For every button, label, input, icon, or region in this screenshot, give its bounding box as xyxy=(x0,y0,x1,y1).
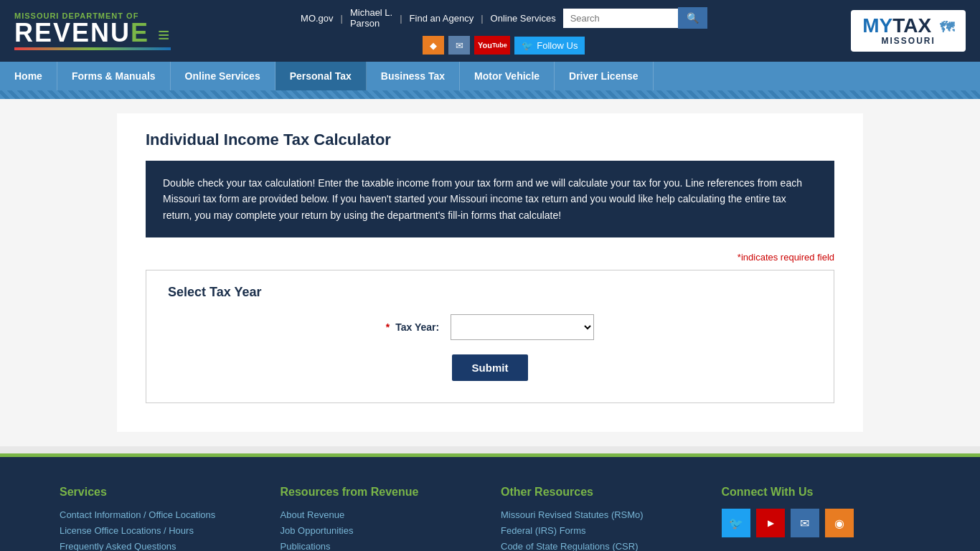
form-section-title: Select Tax Year xyxy=(168,285,812,300)
nav-personal-tax[interactable]: Personal Tax xyxy=(275,62,367,90)
footer-inner: Services Contact Information / Office Lo… xyxy=(60,486,920,551)
social-links: ◆ ✉ YouTube 🐦 Follow Us xyxy=(423,36,585,55)
list-item: Job Opportunities xyxy=(281,524,480,536)
main-navigation: Home Forms & Manuals Online Services Per… xyxy=(0,62,980,90)
nav-forms-manuals[interactable]: Forms & Manuals xyxy=(57,62,171,90)
tax-year-select[interactable]: 2023 2022 2021 2020 2019 xyxy=(451,314,594,340)
footer-resources-list: About Revenue Job Opportunities Publicat… xyxy=(281,509,480,551)
footer-connect-title: Connect With Us xyxy=(722,486,921,499)
footer-faq-link[interactable]: Frequently Asked Questions xyxy=(60,541,176,551)
site-footer: Services Contact Information / Office Lo… xyxy=(0,457,980,551)
footer-license-office-link[interactable]: License Office Locations / Hours xyxy=(60,525,194,536)
footer-about-link[interactable]: About Revenue xyxy=(281,509,345,520)
required-note: *indicates required field xyxy=(146,252,834,263)
nav-driver-license[interactable]: Driver License xyxy=(555,62,654,90)
footer-contact-link[interactable]: Contact Information / Office Locations xyxy=(60,509,215,520)
youtube-icon[interactable]: YouTube xyxy=(474,36,510,55)
revenue-text: REVENUE ≡ xyxy=(14,20,171,46)
footer-csr-link[interactable]: Code of State Regulations (CSR) xyxy=(501,541,638,551)
footer-youtube-icon[interactable]: ▶ xyxy=(756,509,785,537)
footer-irs-link[interactable]: Federal (IRS) Forms xyxy=(501,525,585,536)
footer-other-title: Other Resources xyxy=(501,486,700,499)
find-agency-link[interactable]: Find an Agency xyxy=(410,13,474,24)
email-icon[interactable]: ✉ xyxy=(448,36,470,55)
tax-year-row: * Tax Year: 2023 2022 2021 2020 2019 xyxy=(168,314,812,340)
list-item: Contact Information / Office Locations xyxy=(60,509,259,520)
footer-rss-icon[interactable]: ◉ xyxy=(825,509,854,537)
logo-stripe xyxy=(14,47,171,50)
search-bar: 🔍 xyxy=(563,7,707,29)
footer-twitter-icon[interactable]: 🐦 xyxy=(722,509,750,537)
footer-publications-link[interactable]: Publications xyxy=(281,541,331,551)
footer-services-list: Contact Information / Office Locations L… xyxy=(60,509,259,551)
submit-row: Submit xyxy=(168,354,812,381)
footer-other-list: Missouri Revised Statutes (RSMo) Federal… xyxy=(501,509,700,551)
connect-icons: 🐦 ▶ ✉ ◉ xyxy=(722,509,921,537)
tax-year-label: * Tax Year: xyxy=(386,321,439,333)
online-services-link[interactable]: Online Services xyxy=(491,13,556,24)
footer-email-icon[interactable]: ✉ xyxy=(791,509,819,537)
nav-online-services[interactable]: Online Services xyxy=(171,62,275,90)
rss-icon[interactable]: ◆ xyxy=(423,36,444,55)
follow-us-button[interactable]: 🐦 Follow Us xyxy=(514,37,585,55)
mytax-sub: MISSOURI xyxy=(881,36,935,46)
footer-connect-col: Connect With Us 🐦 ▶ ✉ ◉ xyxy=(722,486,921,551)
list-item: Frequently Asked Questions xyxy=(60,540,259,551)
footer-jobs-link[interactable]: Job Opportunities xyxy=(281,525,354,536)
follow-us-label: Follow Us xyxy=(537,40,578,51)
required-star: * xyxy=(386,321,390,333)
footer-other-col: Other Resources Missouri Revised Statute… xyxy=(501,486,700,551)
search-input[interactable] xyxy=(563,9,678,28)
content-inner: Individual Income Tax Calculator Double … xyxy=(117,113,863,432)
nav-home[interactable]: Home xyxy=(0,62,57,90)
submit-button[interactable]: Submit xyxy=(452,354,529,381)
site-header: MISSOURI DEPARTMENT OF REVENUE ≡ MO.gov … xyxy=(0,0,980,62)
search-button[interactable]: 🔍 xyxy=(678,7,707,29)
page-title: Individual Income Tax Calculator xyxy=(146,131,834,149)
info-text: Double check your tax calculation! Enter… xyxy=(163,175,817,223)
footer-rsmo-link[interactable]: Missouri Revised Statutes (RSMo) xyxy=(501,509,644,520)
pattern-bar xyxy=(0,90,980,99)
list-item: Code of State Regulations (CSR) xyxy=(501,540,700,551)
footer-resources-col: Resources from Revenue About Revenue Job… xyxy=(281,486,480,551)
twitter-icon: 🐦 xyxy=(522,40,533,51)
list-item: Federal (IRS) Forms xyxy=(501,524,700,536)
mo-gov-link[interactable]: MO.gov xyxy=(301,13,334,24)
list-item: About Revenue xyxy=(281,509,480,520)
form-section: Select Tax Year * Tax Year: 2023 2022 20… xyxy=(146,270,834,403)
nav-business-tax[interactable]: Business Tax xyxy=(367,62,460,90)
footer-services-title: Services xyxy=(60,486,259,499)
footer-services-col: Services Contact Information / Office Lo… xyxy=(60,486,259,551)
list-item: License Office Locations / Hours xyxy=(60,524,259,536)
list-item: Missouri Revised Statutes (RSMo) xyxy=(501,509,700,520)
mytax-text: MYTAX 🗺 xyxy=(862,16,954,36)
michael-parson-link[interactable]: Michael L. Parson xyxy=(350,7,392,29)
content-area: Individual Income Tax Calculator Double … xyxy=(0,99,980,446)
footer-resources-title: Resources from Revenue xyxy=(281,486,480,499)
header-top-links: MO.gov | Michael L. Parson | Find an Age… xyxy=(301,7,707,29)
mytax-logo[interactable]: MYTAX 🗺 MISSOURI xyxy=(851,10,966,52)
list-item: Publications xyxy=(281,540,480,551)
site-logo: MISSOURI DEPARTMENT OF REVENUE ≡ xyxy=(14,11,171,50)
info-box: Double check your tax calculation! Enter… xyxy=(146,161,834,237)
nav-motor-vehicle[interactable]: Motor Vehicle xyxy=(460,62,555,90)
